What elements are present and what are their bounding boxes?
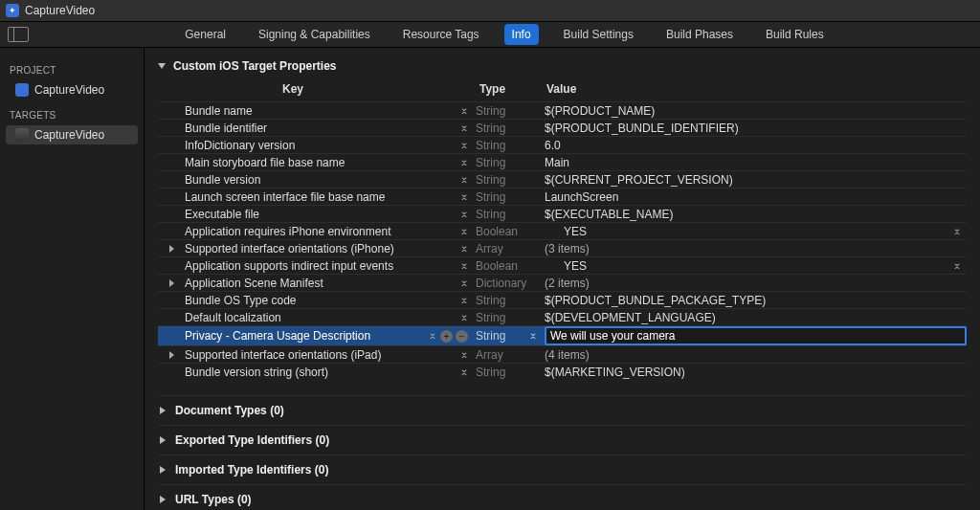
value-cell[interactable]: $(EXECUTABLE_NAME) bbox=[541, 208, 967, 221]
tab-signing-capabilities[interactable]: Signing & Capabilities bbox=[251, 24, 378, 45]
table-row[interactable]: Bundle OS Type codeString$(PRODUCT_BUNDL… bbox=[158, 291, 967, 308]
value-cell[interactable]: (4 items) bbox=[541, 348, 967, 362]
table-row[interactable]: Executable fileString$(EXECUTABLE_NAME) bbox=[158, 205, 967, 222]
tab-build-settings[interactable]: Build Settings bbox=[556, 24, 641, 45]
chevron-right-icon bbox=[160, 466, 166, 474]
type-cell[interactable]: Array bbox=[474, 242, 541, 255]
value-cell[interactable] bbox=[541, 326, 967, 345]
value-cell[interactable]: YES bbox=[541, 225, 967, 238]
value-cell[interactable]: $(DEVELOPMENT_LANGUAGE) bbox=[541, 311, 967, 324]
type-cell[interactable]: Dictionary bbox=[474, 277, 541, 290]
stepper-icon[interactable] bbox=[458, 229, 470, 234]
type-cell[interactable]: Boolean bbox=[474, 259, 541, 273]
app-icon: ✦ bbox=[6, 4, 19, 17]
sidebar-target-label: CaptureVideo bbox=[34, 128, 104, 142]
table-row[interactable]: Privacy - Camera Usage Description+−Stri… bbox=[158, 325, 967, 345]
stepper-icon[interactable] bbox=[458, 211, 470, 217]
chevron-right-icon[interactable] bbox=[169, 351, 174, 359]
value-cell[interactable]: $(PRODUCT_NAME) bbox=[541, 104, 967, 118]
stepper-icon[interactable] bbox=[458, 160, 470, 166]
add-row-button[interactable]: + bbox=[440, 330, 453, 343]
type-cell[interactable]: String bbox=[474, 122, 541, 135]
sidebar-project-item[interactable]: CaptureVideo bbox=[6, 80, 138, 100]
section-header[interactable]: Custom iOS Target Properties bbox=[145, 55, 980, 78]
type-cell[interactable]: String bbox=[474, 208, 541, 221]
stepper-icon[interactable] bbox=[529, 333, 537, 339]
remove-row-button[interactable]: − bbox=[456, 330, 468, 343]
plist-table: Key Type Value Bundle nameString$(PRODUC… bbox=[158, 78, 967, 380]
chevron-right-icon bbox=[160, 436, 166, 444]
sidebar-toggle-icon[interactable] bbox=[8, 27, 29, 42]
tab-resource-tags[interactable]: Resource Tags bbox=[395, 24, 487, 45]
type-cell[interactable]: Boolean bbox=[474, 225, 541, 238]
sidebar-target-item[interactable]: CaptureVideo bbox=[6, 125, 138, 144]
value-cell[interactable]: $(MARKETING_VERSION) bbox=[541, 366, 967, 379]
type-cell[interactable]: String bbox=[474, 311, 541, 324]
value-cell[interactable]: (3 items) bbox=[541, 242, 967, 255]
type-cell[interactable]: String bbox=[474, 294, 541, 307]
stepper-icon[interactable] bbox=[458, 263, 470, 269]
stepper-icon[interactable] bbox=[458, 246, 470, 252]
value-cell[interactable]: $(PRODUCT_BUNDLE_IDENTIFIER) bbox=[541, 122, 967, 135]
table-row[interactable]: Bundle version string (short)String$(MAR… bbox=[158, 363, 967, 380]
type-cell[interactable]: String bbox=[474, 156, 541, 169]
table-row[interactable]: Supported interface orientations (iPhone… bbox=[158, 239, 967, 256]
key-label: Application Scene Manifest bbox=[158, 277, 455, 290]
table-row[interactable]: Bundle nameString$(PRODUCT_NAME) bbox=[158, 101, 967, 119]
table-row[interactable]: Main storyboard file base nameStringMain bbox=[158, 153, 967, 170]
stepper-icon[interactable] bbox=[458, 352, 470, 358]
section-header[interactable]: Exported Type Identifiers (0) bbox=[158, 425, 967, 455]
type-cell[interactable]: String bbox=[474, 366, 541, 379]
type-cell[interactable]: String bbox=[474, 139, 541, 152]
stepper-icon[interactable] bbox=[458, 315, 470, 321]
type-cell[interactable]: String bbox=[474, 190, 541, 204]
stepper-icon[interactable] bbox=[458, 194, 470, 200]
stepper-icon[interactable] bbox=[953, 263, 961, 269]
sidebar-project-heading: PROJECT bbox=[0, 55, 144, 79]
sidebar: PROJECT CaptureVideo TARGETS CaptureVide… bbox=[0, 48, 145, 510]
tab-general[interactable]: General bbox=[177, 24, 234, 45]
chevron-right-icon[interactable] bbox=[169, 245, 174, 253]
type-cell[interactable]: String bbox=[474, 173, 541, 187]
stepper-icon[interactable] bbox=[458, 143, 470, 148]
stepper-icon[interactable] bbox=[953, 229, 961, 234]
stepper-icon[interactable] bbox=[458, 125, 470, 131]
value-cell[interactable]: 6.0 bbox=[541, 139, 967, 152]
type-cell[interactable]: String bbox=[474, 104, 541, 118]
toolbar: GeneralSigning & CapabilitiesResource Ta… bbox=[0, 22, 980, 48]
stepper-icon[interactable] bbox=[458, 369, 470, 375]
value-cell[interactable]: LaunchScreen bbox=[541, 190, 967, 204]
value-cell[interactable]: $(CURRENT_PROJECT_VERSION) bbox=[541, 173, 967, 187]
table-row[interactable]: Application Scene ManifestDictionary(2 i… bbox=[158, 274, 967, 291]
table-row[interactable]: Supported interface orientations (iPad)A… bbox=[158, 345, 967, 363]
table-row[interactable]: Application supports indirect input even… bbox=[158, 256, 967, 274]
section-header[interactable]: Imported Type Identifiers (0) bbox=[158, 455, 967, 484]
section-header[interactable]: Document Types (0) bbox=[158, 395, 967, 425]
table-row[interactable]: Bundle identifierString$(PRODUCT_BUNDLE_… bbox=[158, 119, 967, 136]
stepper-icon[interactable] bbox=[458, 280, 470, 286]
value-cell[interactable]: Main bbox=[541, 156, 967, 169]
tab-build-phases[interactable]: Build Phases bbox=[658, 24, 741, 45]
type-cell[interactable]: Array bbox=[474, 348, 541, 362]
value-cell[interactable]: $(PRODUCT_BUNDLE_PACKAGE_TYPE) bbox=[541, 294, 967, 307]
table-row[interactable]: InfoDictionary versionString6.0 bbox=[158, 136, 967, 153]
stepper-icon[interactable] bbox=[427, 333, 438, 339]
section-header[interactable]: URL Types (0) bbox=[158, 484, 967, 510]
table-row[interactable]: Bundle versionString$(CURRENT_PROJECT_VE… bbox=[158, 170, 967, 188]
stepper-icon[interactable] bbox=[458, 177, 470, 183]
table-row[interactable]: Default localizationString$(DEVELOPMENT_… bbox=[158, 308, 967, 325]
value-input[interactable] bbox=[545, 326, 967, 345]
section-title: Custom iOS Target Properties bbox=[173, 59, 336, 73]
tab-build-rules[interactable]: Build Rules bbox=[758, 24, 832, 45]
row-controls: +− bbox=[440, 330, 468, 343]
value-cell[interactable]: (2 items) bbox=[541, 277, 967, 290]
stepper-icon[interactable] bbox=[458, 298, 470, 303]
chevron-right-icon bbox=[160, 496, 166, 503]
stepper-icon[interactable] bbox=[458, 108, 470, 114]
chevron-right-icon[interactable] bbox=[169, 279, 174, 287]
table-row[interactable]: Application requires iPhone environmentB… bbox=[158, 222, 967, 239]
tab-info[interactable]: Info bbox=[504, 24, 539, 45]
value-cell[interactable]: YES bbox=[541, 259, 967, 273]
table-row[interactable]: Launch screen interface file base nameSt… bbox=[158, 188, 967, 205]
type-cell[interactable]: String bbox=[474, 329, 541, 343]
